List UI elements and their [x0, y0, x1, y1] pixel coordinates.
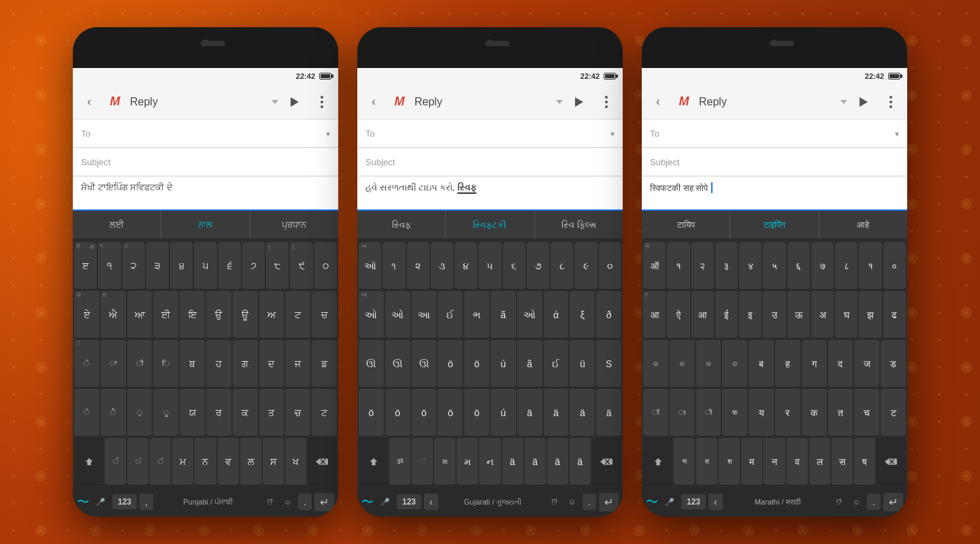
key-ਆ[interactable]: ਆ — [127, 291, 152, 339]
key-m-ii[interactable]: ई — [715, 291, 738, 339]
suggestion-2-2[interactable]: સ્વિ ફિલ્મ — [535, 211, 623, 239]
key-gv[interactable]: ä — [502, 438, 523, 486]
key-g-m3[interactable]: શ — [434, 438, 455, 486]
suggestion-2-0[interactable]: સ્વિફ — [357, 211, 446, 239]
period-key-3[interactable]: . — [867, 494, 881, 510]
to-input-2[interactable] — [399, 127, 610, 141]
shift-key-2[interactable] — [359, 438, 388, 486]
shift-key-3[interactable] — [643, 438, 672, 486]
nums-button-3[interactable]: 123 — [681, 494, 706, 509]
key-g-2[interactable]: ૨ — [407, 242, 429, 290]
key-1-2[interactable]: ੨੨ — [122, 242, 145, 290]
key-ਦ[interactable]: ਦ — [259, 340, 284, 388]
key-mk[interactable]: क — [802, 389, 827, 437]
delete-key-1[interactable] — [308, 438, 337, 486]
mic-button-2[interactable]: 🎤 — [376, 495, 394, 509]
key-g-r2[interactable]: ö — [385, 389, 410, 437]
key-g-tt[interactable]: ä — [596, 389, 621, 437]
key-g-r1[interactable]: ö — [359, 389, 384, 437]
more-button-2[interactable] — [595, 91, 617, 113]
to-row-2[interactable]: To ▾ — [357, 120, 623, 148]
key-ਰ[interactable]: ਰ — [206, 389, 231, 437]
enter-key-1[interactable]: ↵ — [314, 493, 334, 511]
key-p10[interactable]: ਂ — [127, 438, 148, 486]
key-msh[interactable]: ष — [854, 438, 875, 486]
to-row-3[interactable]: To ▾ — [642, 120, 907, 148]
key-p11[interactable]: ੱ — [150, 438, 171, 486]
special-key-3[interactable]: !? — [832, 496, 846, 509]
key-mh[interactable]: ह — [775, 340, 800, 388]
key-m-v2[interactable]: ☺ — [670, 340, 695, 388]
key-g-oo2[interactable]: ઓ — [385, 291, 410, 339]
to-input-1[interactable] — [115, 127, 326, 141]
emoji-key-1[interactable]: ☺ — [280, 495, 295, 509]
suggestion-2-1[interactable]: સ્વિફ્ટકી — [446, 211, 534, 239]
key-p4[interactable]: ਿ — [153, 340, 178, 388]
key-g-ii[interactable]: ઈ — [438, 291, 463, 339]
key-g-k[interactable]: ä — [517, 389, 542, 437]
key-g-a1[interactable]: ά — [544, 291, 569, 339]
key-m-v3[interactable]: ☺ — [696, 340, 721, 388]
key-ਹ[interactable]: ਹ — [206, 340, 231, 388]
key-m-w2[interactable]: ा — [670, 389, 695, 437]
mic-button-3[interactable]: 🎤 — [661, 495, 679, 509]
key-g-5[interactable]: ૫ — [478, 242, 501, 290]
subject-input-1[interactable] — [115, 156, 330, 169]
send-button-2[interactable] — [568, 91, 590, 113]
suggestion-1-1[interactable]: ਨਾਲ — [161, 211, 250, 239]
key-ਲ[interactable]: ਲ — [240, 438, 261, 486]
message-body-3[interactable]: स्विफटकी सह सोपे — [642, 177, 907, 211]
key-ਈ[interactable]: ਈ — [153, 291, 178, 339]
subject-row-2[interactable]: Subject — [357, 148, 623, 177]
send-button-3[interactable] — [853, 91, 875, 113]
period-key-1[interactable]: . — [298, 494, 312, 510]
key-ml[interactable]: ल — [809, 438, 830, 486]
key-g-b[interactable]: ö — [464, 340, 489, 388]
comma-key-1[interactable]: , — [140, 494, 153, 510]
key-m-1[interactable]: १ — [667, 242, 689, 290]
key-ਅ[interactable]: ਅ — [259, 291, 284, 339]
key-g-uu2[interactable]: ઊ — [385, 340, 410, 388]
key-g-oo1[interactable]: ઓઔ — [359, 291, 384, 339]
key-1-0[interactable]: ੦ — [314, 242, 337, 290]
key-g-t[interactable]: ä — [544, 389, 569, 437]
key-g-g1[interactable]: ã — [491, 291, 516, 339]
key-g-9[interactable]: ૯ — [574, 242, 597, 290]
key-ਉ[interactable]: ਉ — [206, 291, 231, 339]
key-g-m2[interactable]: ં — [412, 438, 433, 486]
key-m-s2[interactable]: त — [696, 438, 717, 486]
more-button-3[interactable] — [880, 91, 902, 113]
key-1-6[interactable]: ੬ — [218, 242, 241, 290]
key-g-ch[interactable]: ä — [570, 389, 595, 437]
key-g-x1[interactable]: ξ — [570, 291, 595, 339]
key-g-r[interactable]: ú — [491, 389, 516, 437]
key-g-j[interactable]: ü — [570, 340, 595, 388]
key-m-ai[interactable]: ऐ — [667, 291, 689, 339]
key-p3[interactable]: ੀ — [127, 340, 152, 388]
delete-key-3[interactable] — [877, 438, 906, 486]
key-g-d[interactable]: ઈ — [544, 340, 569, 388]
key-m-i[interactable]: इ — [739, 291, 762, 339]
key-ਟ2[interactable]: ਟ — [312, 389, 337, 437]
key-g-uu4[interactable]: ö — [438, 340, 463, 388]
key-m-gh[interactable]: घ — [835, 291, 858, 339]
key-ਡ[interactable]: ਡ — [312, 340, 337, 388]
key-1-1[interactable]: ੧੧ — [98, 242, 120, 290]
language-label-1[interactable]: Punjabi / ਪੰਜਾਬੀ — [156, 498, 261, 507]
key-m-0[interactable]: ० — [883, 242, 906, 290]
shift-key-1[interactable] — [74, 438, 103, 486]
key-ਬ[interactable]: ਬ — [180, 340, 205, 388]
key-m-s1[interactable]: ण — [674, 438, 695, 486]
key-my[interactable]: य — [749, 389, 774, 437]
key-mD[interactable]: ड — [881, 340, 906, 388]
back-button-1[interactable]: ‹ — [78, 91, 100, 113]
key-md[interactable]: द — [828, 340, 853, 388]
key-g-4[interactable]: ૪ — [455, 242, 477, 290]
delete-key-2[interactable] — [592, 438, 621, 486]
key-gn[interactable]: ન — [479, 438, 500, 486]
key-g-aa[interactable]: આ — [412, 291, 437, 339]
key-m-aa2[interactable]: आऐ — [643, 291, 666, 339]
suggestion-3-1[interactable]: टाइपिंग — [730, 211, 819, 239]
special-key-1[interactable]: !? — [263, 496, 277, 509]
key-1-8[interactable]: ੮( — [266, 242, 289, 290]
